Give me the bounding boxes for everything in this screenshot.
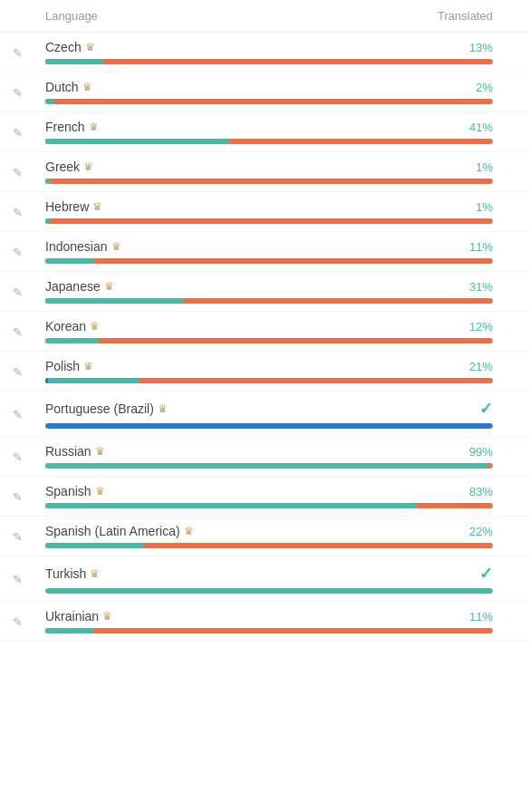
bar-blue-start (45, 378, 48, 383)
bar-orange-bg (45, 338, 493, 343)
crown-icon: ♛ (85, 41, 95, 53)
translated-percentage: 31% (469, 280, 493, 294)
language-name: Polish♛ (45, 359, 93, 373)
progress-bar (45, 463, 493, 469)
language-list: ✎Czech♛13%✎Dutch♛2%✎French♛41%✎Greek♛1%✎… (0, 33, 529, 642)
bar-teal-fg (45, 258, 94, 264)
complete-checkmark: ✓ (479, 399, 493, 419)
language-row: ✎Polish♛21% (0, 352, 529, 392)
progress-bar (45, 139, 493, 144)
bar-orange-bg (45, 179, 493, 184)
crown-icon: ♛ (92, 200, 102, 213)
edit-icon[interactable]: ✎ (13, 165, 23, 179)
language-name-text: Korean (45, 319, 86, 334)
progress-bar (45, 338, 493, 343)
edit-icon[interactable]: ✎ (13, 572, 23, 585)
bar-teal-fg (45, 298, 184, 304)
language-row: ✎Ukrainian♛11% (0, 602, 529, 642)
language-name: Dutch♛ (45, 80, 92, 94)
progress-bar (45, 543, 493, 548)
edit-icon[interactable]: ✎ (13, 285, 23, 298)
language-name: Ukrainian♛ (45, 609, 112, 624)
language-name-text: Turkish (45, 566, 86, 581)
progress-bar (45, 423, 493, 429)
crown-icon: ♛ (83, 160, 93, 173)
bar-orange-bg (45, 258, 493, 264)
progress-bar (45, 99, 493, 104)
language-row: ✎Korean♛12% (0, 312, 529, 352)
progress-bar (45, 628, 493, 633)
crown-icon: ♛ (83, 360, 93, 372)
edit-icon[interactable]: ✎ (13, 489, 23, 503)
language-row: ✎Indonesian♛11% (0, 232, 529, 272)
edit-icon[interactable]: ✎ (13, 125, 23, 139)
edit-icon[interactable]: ✎ (13, 407, 23, 420)
edit-icon[interactable]: ✎ (13, 364, 23, 378)
edit-icon[interactable]: ✎ (13, 245, 23, 258)
dual-bar (45, 463, 493, 469)
crown-icon: ♛ (111, 240, 121, 253)
bar-orange-bg (45, 218, 493, 224)
language-name: Korean♛ (45, 319, 100, 334)
bar-orange-bg (45, 99, 493, 104)
language-row: ✎Greek♛1% (0, 152, 529, 192)
edit-icon[interactable]: ✎ (13, 85, 23, 99)
language-name: Portuguese (Brazil)♛ (45, 401, 168, 416)
translated-percentage: 21% (469, 360, 493, 373)
dual-bar (45, 503, 493, 508)
bar-teal-fg (45, 218, 50, 224)
language-row: ✎Russian♛99% (0, 437, 529, 477)
language-row: ✎Hebrew♛1% (0, 192, 529, 232)
language-row: ✎Turkish♛✓ (0, 556, 529, 602)
bar-teal-fg (45, 179, 50, 184)
translated-percentage: 1% (476, 160, 493, 174)
language-name-text: Japanese (45, 279, 101, 294)
translated-percentage: 99% (469, 445, 493, 459)
progress-bar (45, 588, 493, 594)
bar-teal-fg (45, 99, 54, 104)
language-name: Greek♛ (45, 160, 93, 174)
translated-percentage: 83% (469, 485, 493, 498)
translated-percentage: 1% (476, 200, 493, 214)
translated-percentage: 11% (469, 240, 493, 254)
bar-teal-fg (45, 378, 139, 383)
dual-bar (45, 99, 493, 104)
progress-bar (45, 503, 493, 508)
language-name-text: Dutch (45, 80, 79, 94)
crown-icon: ♛ (102, 610, 112, 623)
crown-icon: ♛ (95, 445, 105, 458)
bar-blue (45, 423, 493, 429)
bar-teal (45, 588, 493, 594)
dual-bar (45, 378, 493, 383)
bar-teal-fg (45, 463, 488, 469)
bar-teal-fg (45, 59, 103, 64)
edit-icon[interactable]: ✎ (13, 45, 23, 59)
progress-bar (45, 218, 493, 224)
language-row: ✎Portuguese (Brazil)♛✓ (0, 392, 529, 437)
dual-bar (45, 59, 493, 64)
dual-bar (45, 338, 493, 343)
bar-teal-fg (45, 628, 94, 633)
edit-icon[interactable]: ✎ (13, 529, 23, 543)
language-name-text: Spanish (Latin America) (45, 524, 180, 538)
edit-icon[interactable]: ✎ (13, 205, 23, 218)
progress-bar (45, 59, 493, 64)
language-column-header: Language (45, 9, 98, 23)
progress-bar (45, 298, 493, 304)
edit-icon[interactable]: ✎ (13, 450, 23, 463)
crown-icon: ♛ (89, 121, 99, 133)
header: Language Translated (0, 0, 529, 33)
language-name-text: French (45, 120, 85, 134)
language-name: Czech♛ (45, 40, 95, 54)
edit-icon[interactable]: ✎ (13, 324, 23, 338)
language-name: Japanese♛ (45, 279, 114, 294)
language-name-text: Polish (45, 359, 80, 373)
language-row: ✎Spanish (Latin America)♛22% (0, 517, 529, 556)
language-name-text: Spanish (45, 484, 91, 498)
crown-icon: ♛ (158, 402, 168, 415)
crown-icon: ♛ (95, 485, 105, 498)
language-name: Spanish♛ (45, 484, 105, 498)
language-row: ✎Dutch♛2% (0, 72, 529, 112)
language-row: ✎Spanish♛83% (0, 477, 529, 517)
edit-icon[interactable]: ✎ (13, 614, 23, 628)
